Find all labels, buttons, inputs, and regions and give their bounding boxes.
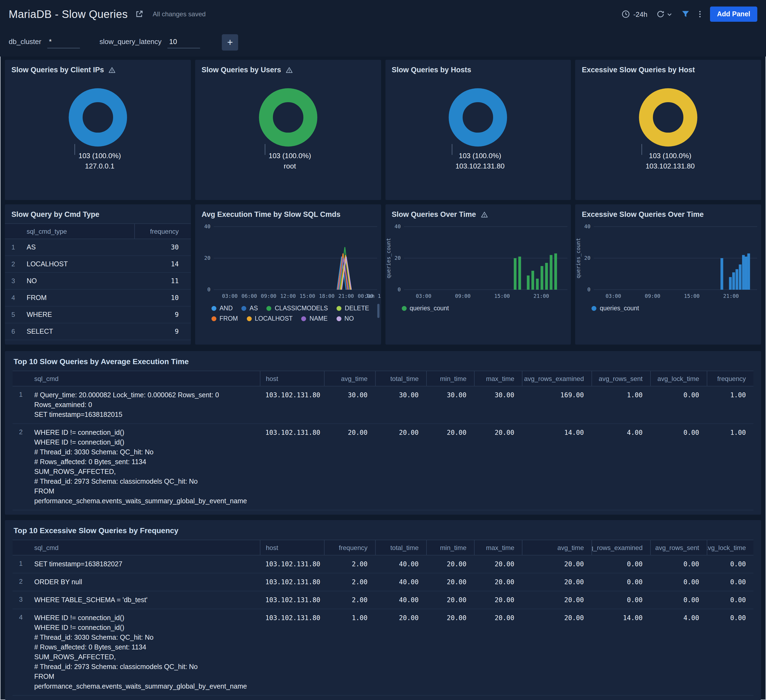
share-icon[interactable] [135,10,144,19]
column-header[interactable]: total_time [375,540,426,555]
table-row[interactable]: 4FROM10 [5,290,191,307]
column-header[interactable]: sql_cmd_type [24,224,134,239]
warning-icon[interactable] [285,66,293,74]
line-chart[interactable]: 0204003:0006:0009:0012:0015:0018:0021:00… [195,221,381,303]
value-cell: 0.00 [592,555,650,568]
column-header[interactable]: sql_cmd [29,540,260,555]
column-header[interactable]: total_time [375,371,426,386]
add-panel-button[interactable]: Add Panel [710,6,757,22]
chevron-down-icon [666,11,673,17]
table-row[interactable]: 2WHERE ID != connection_id()WHERE ID != … [13,424,753,510]
bar-chart[interactable]: 0204003:0009:0015:0021:00queries_count [576,221,761,303]
add-filter-button[interactable]: + [222,34,238,51]
column-header[interactable]: host [260,371,324,386]
svg-text:queries_count: queries_count [385,238,391,278]
value-cell: 20.00 [474,555,522,568]
table-row[interactable]: 3NO11 [5,273,191,290]
label-connector-line [451,144,452,155]
value-cell: 20.00 [474,591,522,604]
legend-item[interactable]: AS [241,305,258,311]
column-header[interactable]: avg_rows_sent [650,540,707,555]
column-header[interactable]: avg_time [522,540,592,555]
panel-title: Slow Queries by Hosts [392,66,472,74]
host-cell: 103.102.131.80 [260,574,324,586]
table-row[interactable]: 5COUNT_READ, SUM_TIMER_READ, SUM_NUMBER_… [13,696,753,700]
column-header[interactable]: frequency [707,371,753,386]
panel-title-row: Slow Queries Over Time [385,204,571,221]
refresh-button[interactable] [656,10,673,19]
cmd-type-cell: LOCALHOST [24,260,134,268]
panel-title: Excessive Slow Queries by Host [582,66,695,74]
column-header[interactable]: frequency [324,540,375,555]
value-cell: 1.00 [707,386,753,399]
row-number-header [5,224,24,239]
legend-item[interactable]: DELETE [337,305,369,311]
panel-title-row: Excessive Slow Queries Over Time [576,204,761,221]
host-cell: 103.102.131.80 [260,555,324,568]
legend-scrollbar[interactable] [377,304,379,318]
donut-chart[interactable] [257,87,319,149]
legend-item[interactable]: FROM [212,315,238,322]
table-row[interactable]: 2ORDER BY null103.102.131.802.0040.0020.… [13,574,753,591]
more-menu-icon[interactable] [699,10,701,19]
column-header[interactable]: avg_rows_examined [592,540,650,555]
legend-item[interactable]: AND [212,305,233,311]
value-cell: 0.00 [650,574,707,586]
table-row[interactable]: 7SET9 [5,340,191,344]
sql-cmd-line: ORDER BY null [34,577,255,587]
value-cell: 1.00 [592,386,650,399]
legend-item[interactable]: NO [336,315,354,322]
legend-item[interactable]: LOCALHOST [247,315,293,322]
table-row[interactable]: 1SET timestamp=1638182027103.102.131.802… [13,555,753,574]
legend-item[interactable]: queries_count [402,305,449,311]
legend-item[interactable]: queries_count [592,305,639,311]
table-row[interactable]: 6SELECT9 [5,323,191,340]
column-header[interactable]: avg_time [324,371,375,386]
donut-chart[interactable] [447,87,509,149]
table-row[interactable]: 5WHERE9 [5,307,191,323]
legend-dot [267,306,272,311]
filter-value-input[interactable]: * [47,36,80,48]
row-number-header [13,371,29,386]
table-row[interactable]: 1# Query_time: 20.000082 Lock_time: 0.00… [13,386,753,424]
column-header[interactable]: avg_lock_time [650,371,707,386]
host-cell: 103.102.131.80 [260,591,324,604]
svg-text:20: 20 [394,255,400,261]
table-row[interactable]: 3WHERE TABLE_SCHEMA = 'db_test'103.102.1… [13,591,753,609]
donut-chart[interactable] [637,87,699,149]
sql-cmd-line: performance_schema.events_waits_summary_… [34,681,255,691]
value-cell: 30.00 [426,386,474,399]
filter-value-input[interactable]: 10 [168,36,200,48]
donut-chart[interactable] [67,87,129,149]
table-row[interactable]: 2LOCALHOST14 [5,256,191,273]
column-header[interactable]: sql_cmd [29,371,260,386]
column-header[interactable]: avg_rows_sent [592,371,650,386]
column-header[interactable]: max_time [474,540,522,555]
bar-chart[interactable]: 0204003:0009:0015:0021:00queries_count [385,221,571,303]
value-cell: 1.00 [707,424,753,436]
chart-panel: Excessive Slow Queries Over Time0204003:… [576,204,761,344]
column-header[interactable]: avg_lock_time [707,540,753,555]
warning-icon[interactable] [108,66,116,74]
table-row[interactable]: 1AS30 [5,239,191,256]
warning-icon[interactable] [480,211,488,218]
time-range-button[interactable]: -24h [621,10,647,19]
column-header[interactable]: max_time [474,371,522,386]
column-header[interactable]: avg_rows_examined [522,371,592,386]
value-cell: 0.00 [650,591,707,604]
row-number: 4 [13,609,29,621]
column-header[interactable]: min_time [426,540,474,555]
table-row[interactable]: 4WHERE ID != connection_id()WHERE ID != … [13,609,753,696]
column-header[interactable]: min_time [426,371,474,386]
value-cell: 0.00 [707,555,753,568]
column-header[interactable]: host [260,540,324,555]
value-cell: 2.00 [324,591,375,604]
dashboard-content: Slow Queries by Client IPs103 (100.0%)12… [0,57,766,700]
donut-body: 103 (100.0%)103.102.131.80 [385,77,571,200]
column-header[interactable]: frequency [134,224,191,239]
query-table-panel: Top 10 Slow Queries by Average Execution… [5,351,761,515]
value-cell: 20.00 [474,696,522,700]
legend-item[interactable]: CLASSICMODELS [267,305,328,311]
legend-item[interactable]: NAME [301,315,328,322]
filter-icon[interactable] [681,10,690,19]
